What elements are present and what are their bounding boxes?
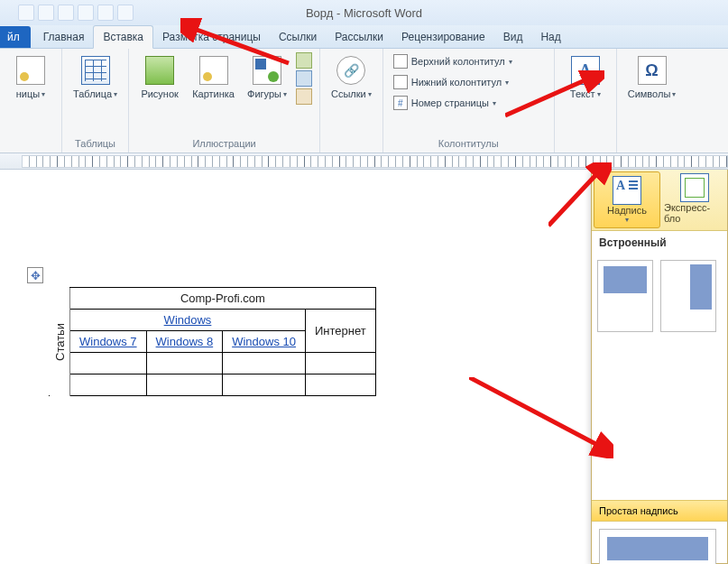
clipart-button[interactable]: Картинка	[189, 52, 238, 103]
chevron-down-icon: ▾	[505, 79, 509, 87]
gallery-section-builtin: Встроенный	[592, 231, 727, 254]
group-label-symbols	[650, 136, 653, 151]
picture-button[interactable]: Рисунок	[136, 52, 183, 103]
group-illustrations: Рисунок Картинка Фигуры▾ Иллюстрации	[129, 49, 320, 153]
tab-view[interactable]: Вид	[494, 26, 532, 48]
group-tables: Таблица▾ Таблицы	[62, 49, 129, 153]
header-label: Верхний колонтитул	[411, 56, 505, 67]
text-label: Текст	[570, 88, 595, 99]
table-cell[interactable]	[305, 374, 375, 396]
table-button[interactable]: Таблица▾	[69, 52, 121, 103]
table-cell[interactable]	[70, 353, 147, 374]
tab-insert[interactable]: Вставка	[93, 25, 153, 49]
table-move-handle[interactable]: ✥	[27, 267, 43, 283]
table-cell[interactable]	[305, 353, 375, 374]
table-col2-header[interactable]: Windows 8	[146, 331, 223, 353]
chevron-down-icon: ▾	[597, 90, 601, 98]
table-cell[interactable]	[146, 353, 223, 374]
pagenum-label: Номер страницы	[411, 97, 489, 108]
link-icon	[336, 56, 365, 85]
tab-references[interactable]: Ссылки	[270, 26, 326, 48]
symbols-button[interactable]: Символы▾	[624, 52, 680, 103]
gallery-section-simple[interactable]: Простая надпись	[592, 500, 727, 522]
footer-label: Нижний колонтитул	[411, 77, 502, 88]
links-button[interactable]: Ссылки▾	[327, 52, 375, 103]
tab-home[interactable]: Главная	[34, 26, 94, 48]
tab-review[interactable]: Рецензирование	[392, 26, 494, 48]
document-area: ✥ Статьи Comp-Profi.com Windows Интернет…	[0, 170, 728, 564]
table-cell[interactable]	[223, 374, 306, 396]
header-button[interactable]: Верхний колонтитул▾	[391, 52, 547, 70]
qat-redo-icon[interactable]	[58, 5, 74, 21]
chevron-down-icon: ▾	[368, 90, 372, 98]
pages-label: ницы	[16, 88, 40, 99]
gallery-thumb[interactable]	[660, 260, 716, 332]
gallery-express-button[interactable]: Экспресс-бло	[662, 170, 727, 230]
tab-layout[interactable]: Разметка страницы	[153, 26, 270, 48]
clipart-icon	[199, 56, 228, 85]
express-icon	[680, 173, 709, 202]
table-col3-header[interactable]: Windows 10	[223, 331, 306, 353]
svg-line-3	[469, 377, 603, 448]
tab-file[interactable]: йл	[0, 26, 31, 48]
shapes-button[interactable]: Фигуры▾	[244, 52, 290, 103]
tab-addins[interactable]: Над	[531, 26, 569, 48]
chart-icon[interactable]	[296, 70, 312, 87]
header-icon	[393, 54, 408, 69]
group-links: Ссылки▾	[320, 49, 383, 153]
document-table[interactable]: Статьи Comp-Profi.com Windows Интернет W…	[49, 287, 376, 396]
pagenum-icon	[393, 96, 408, 110]
group-label-tables: Таблицы	[75, 136, 115, 151]
chevron-down-icon: ▾	[283, 90, 287, 98]
chevron-down-icon: ▾	[672, 90, 676, 98]
pagenum-button[interactable]: Номер страницы▾	[391, 94, 547, 112]
qat-btn[interactable]	[78, 5, 94, 21]
table-cell[interactable]	[146, 374, 223, 396]
text-icon	[571, 56, 600, 85]
ribbon-tabs: йл Главная Вставка Разметка страницы Ссы…	[0, 25, 728, 49]
group-label-pages	[29, 136, 32, 151]
table-cell[interactable]	[70, 374, 147, 396]
qat-btn[interactable]	[97, 5, 114, 21]
table-side-header: Статьи	[49, 288, 70, 396]
chevron-down-icon: ▾	[114, 90, 117, 98]
tab-mailings[interactable]: Рассылки	[326, 26, 392, 48]
gallery-thumb[interactable]	[597, 260, 653, 332]
quick-access-toolbar	[0, 5, 134, 21]
footer-button[interactable]: Нижний колонтитул▾	[391, 73, 547, 91]
gallery-textbox-button[interactable]: Надпись ▾	[594, 171, 660, 228]
footer-icon	[393, 75, 408, 89]
qat-undo-icon[interactable]	[38, 5, 54, 21]
screenshot-icon[interactable]	[296, 88, 312, 105]
text-button[interactable]: Текст▾	[562, 52, 609, 103]
table-col4-header[interactable]: Интернет	[305, 310, 375, 353]
shapes-icon	[253, 56, 281, 85]
pages-button[interactable]: ницы▾	[7, 52, 54, 103]
gallery-textbox-label: Надпись	[607, 205, 647, 216]
table-col1-header[interactable]: Windows 7	[70, 331, 147, 353]
smartart-icon[interactable]	[296, 52, 312, 69]
horizontal-ruler[interactable]	[0, 153, 728, 170]
group-pages: ницы▾	[0, 49, 62, 153]
gallery-thumb-large[interactable]	[599, 529, 716, 564]
page-icon	[16, 56, 45, 85]
table-header-row1[interactable]: Comp-Profi.com	[70, 288, 376, 310]
group-label-links	[350, 136, 353, 151]
table-icon	[81, 56, 110, 85]
chevron-down-icon: ▾	[493, 99, 496, 107]
chevron-down-icon: ▾	[41, 90, 45, 98]
group-headers: Верхний колонтитул▾ Нижний колонтитул▾ Н…	[383, 49, 555, 153]
qat-save-icon[interactable]	[18, 5, 34, 21]
group-label-headers: Колонтитулы	[438, 136, 499, 151]
group-label-text	[584, 136, 586, 151]
group-label-illustrations: Иллюстрации	[192, 136, 255, 151]
ribbon: ницы▾ Таблица▾ Таблицы Рисунок Картинка	[0, 49, 728, 153]
table-label: Таблица	[73, 88, 112, 99]
textbox-gallery: Надпись ▾ Экспресс-бло Встроенный Проста…	[591, 170, 728, 564]
table-header-row2[interactable]: Windows	[70, 310, 306, 331]
table-cell[interactable]	[223, 353, 306, 374]
chevron-down-icon: ▾	[509, 58, 512, 66]
title-bar: Ворд - Microsoft Word	[0, 0, 728, 25]
qat-more-icon[interactable]	[117, 5, 134, 21]
chevron-down-icon: ▾	[625, 216, 629, 224]
